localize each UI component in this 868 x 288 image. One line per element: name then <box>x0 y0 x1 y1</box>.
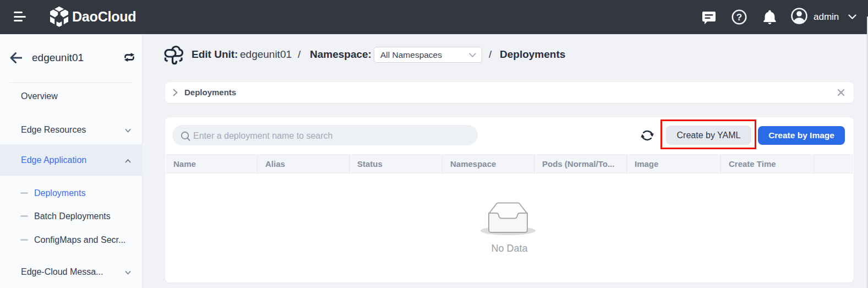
svg-text:?: ? <box>736 12 742 23</box>
